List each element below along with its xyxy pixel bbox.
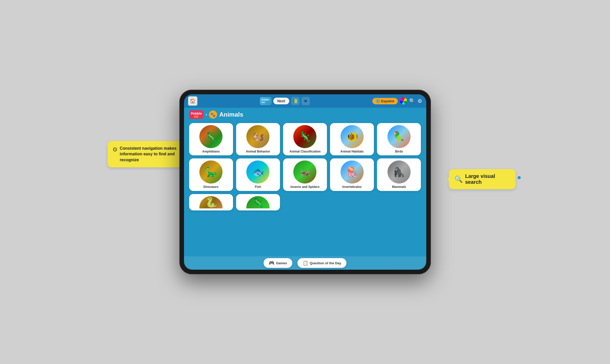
scene: ⊙ Consistent navigation makes informatio…: [164, 90, 446, 274]
breadcrumb: Pebble GO › 🐾 Animals: [184, 108, 426, 121]
animal-label-invertebrates: Invertebrates: [342, 185, 362, 189]
nav-center: PebbleGo Next 📗 ✕: [199, 97, 370, 105]
animal-label-birds: Birds: [395, 150, 403, 153]
list-item[interactable]: 🦍 Mammals: [377, 158, 421, 191]
close-button[interactable]: ✕: [302, 97, 310, 105]
animal-label-dinosaurs: Dinosaurs: [204, 185, 219, 189]
callout-nav-icon: ⊙: [113, 146, 117, 153]
animal-image-insects: 🦗: [293, 160, 316, 184]
animal-label-classification: Animal Classification: [289, 150, 321, 153]
top-navigation: 🏠 PebbleGo Next 📗 ✕ 🌐 Español 🔍: [184, 94, 426, 108]
animal-grid-row1: 🦎 Amphibians 🐿️ Animal Behavior 🦎: [189, 123, 421, 155]
animal-image-invertebrates: 🪼: [341, 160, 364, 184]
tablet-screen: 🏠 PebbleGo Next 📗 ✕ 🌐 Español 🔍: [184, 94, 426, 270]
nav-right: 🌐 Español 🔍 ⚙: [372, 97, 422, 105]
tablet-device: 🏠 PebbleGo Next 📗 ✕ 🌐 Español 🔍: [179, 90, 431, 274]
animal-image-lizard: 🦎: [246, 196, 269, 208]
animal-label-behavior: Animal Behavior: [246, 150, 270, 153]
callout-search-icon: 🔍: [454, 175, 463, 183]
espanol-button[interactable]: 🌐 Español: [372, 98, 398, 104]
list-item[interactable]: 🪼 Invertebrates: [330, 158, 374, 191]
breadcrumb-arrow: ›: [206, 112, 207, 117]
animal-grid-row3: 🐍 🦎: [189, 194, 421, 210]
logo-pebble-text: Pebble: [191, 112, 202, 115]
animal-image-fish: 🐟: [246, 160, 269, 184]
animal-label-amphibians: Amphibians: [202, 150, 220, 153]
animal-label-mammals: Mammals: [392, 185, 406, 189]
settings-button[interactable]: ⚙: [418, 98, 422, 104]
list-item[interactable]: 🦕 Dinosaurs: [189, 158, 233, 191]
games-button[interactable]: 🎮 Games: [264, 258, 292, 268]
animal-label-habitats: Animal Habitats: [340, 150, 364, 153]
callout-search: 🔍 Large visual search: [449, 169, 516, 189]
question-icon: 📋: [303, 260, 308, 266]
dot-indicator: [518, 176, 521, 179]
book-button[interactable]: 📗: [291, 97, 299, 105]
animal-image-mammals: 🦍: [388, 160, 411, 184]
content-area: 🦎 Amphibians 🐿️ Animal Behavior 🦎: [184, 121, 426, 256]
callout-search-text: Large visual search: [465, 173, 510, 185]
list-item[interactable]: 🐍: [189, 194, 233, 210]
list-item[interactable]: 🐠 Animal Habitats: [330, 123, 374, 155]
color-wheel-button[interactable]: [400, 97, 407, 105]
animal-grid-row2: 🦕 Dinosaurs 🐟 Fish 🦗 Ins: [189, 158, 421, 191]
list-item[interactable]: 🦜 Birds: [377, 123, 421, 155]
home-button[interactable]: 🏠: [188, 96, 197, 106]
games-icon: 🎮: [269, 260, 274, 266]
list-item[interactable]: 🦎 Animal Classification: [283, 123, 327, 155]
animal-image-dinosaurs: 🦕: [199, 160, 222, 184]
animal-image-snake: 🐍: [199, 196, 222, 208]
list-item[interactable]: 🐟 Fish: [236, 158, 280, 191]
animal-label-fish: Fish: [255, 185, 261, 189]
list-item[interactable]: 🦗 Insects and Spiders: [283, 158, 327, 191]
pebblego-logo-nav: PebbleGo: [260, 97, 271, 105]
animal-image-behavior: 🐿️: [246, 125, 269, 148]
question-of-day-button[interactable]: 📋 Question of the Day: [297, 258, 346, 268]
globe-icon: 🌐: [376, 99, 380, 103]
animal-image-amphibians: 🦎: [199, 125, 222, 148]
page-title: Animals: [219, 111, 243, 118]
logo-go-text: GO: [191, 115, 202, 118]
bottom-bar: 🎮 Games 📋 Question of the Day: [184, 256, 426, 270]
animal-label-insects: Insects and Spiders: [291, 185, 319, 189]
list-item[interactable]: 🦎 Amphibians: [189, 123, 233, 155]
pebblego-logo-breadcrumb[interactable]: Pebble GO: [189, 110, 204, 119]
next-button[interactable]: Next: [273, 98, 289, 104]
callout-navigation: ⊙ Consistent navigation makes informatio…: [108, 141, 182, 167]
animal-image-classification: 🦎: [293, 125, 316, 148]
list-item[interactable]: 🦎: [236, 194, 280, 210]
animals-breadcrumb-icon: 🐾: [209, 110, 217, 119]
animal-image-birds: 🦜: [388, 125, 411, 148]
search-button[interactable]: 🔍: [409, 98, 415, 104]
animal-image-habitats: 🐠: [341, 125, 364, 148]
callout-nav-text: Consistent navigation makes information …: [120, 146, 177, 163]
list-item[interactable]: 🐿️ Animal Behavior: [236, 123, 280, 155]
